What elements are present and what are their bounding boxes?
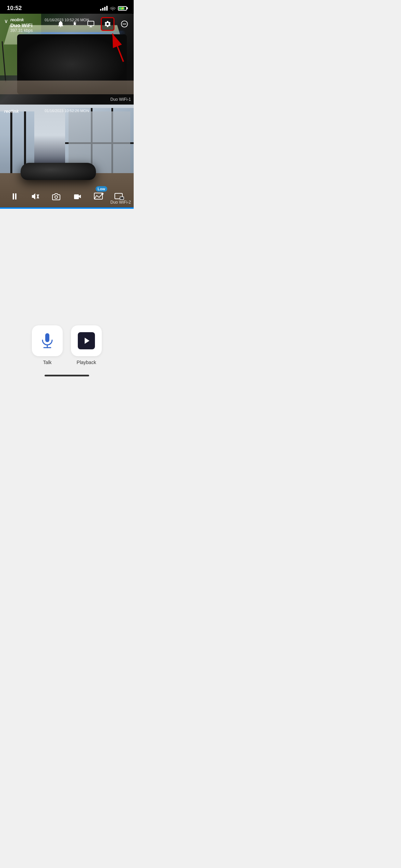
chevron-down-icon[interactable]: ∨ (4, 18, 8, 24)
signal-icon (100, 6, 108, 11)
datetime-bottom: 01/16/2023 10:52:26 MON (45, 109, 89, 113)
record-button[interactable] (71, 190, 84, 203)
camera-speed: 397.31 kbps (10, 28, 33, 33)
talk-label: Talk (43, 360, 52, 365)
white-area (0, 209, 134, 318)
settings-button[interactable] (101, 17, 114, 31)
camera-name-top: Duo WiFi (10, 22, 33, 28)
battery-icon: ⚡ (118, 6, 127, 11)
talk-button-wrap: Talk (32, 325, 63, 365)
wifi-icon (110, 5, 116, 11)
talk-button[interactable] (32, 325, 63, 356)
playback-label: Playback (77, 360, 96, 365)
progress-bar[interactable] (0, 207, 134, 209)
camera-top-header: ∨ reolink Duo WiFi 397.31 kbps 01/16/202… (0, 14, 134, 36)
camera-bottom: reolink 01/16/2023 10:52:26 MON (0, 105, 134, 207)
playback-button-wrap: Playback (71, 325, 102, 365)
settings-area (101, 17, 114, 31)
action-buttons-row: Talk Playback (32, 325, 102, 365)
pause-button[interactable] (8, 190, 21, 203)
camera-top: ∨ reolink Duo WiFi 397.31 kbps 01/16/202… (0, 14, 134, 105)
svg-point-14 (102, 193, 103, 194)
svg-rect-16 (120, 197, 124, 200)
playback-button[interactable] (71, 325, 102, 356)
svg-point-7 (55, 196, 58, 198)
camera-label-bottom: Duo WiFi-2 (110, 200, 131, 205)
camera-top-overlay: ∨ reolink Duo WiFi 397.31 kbps 01/16/202… (0, 14, 134, 105)
home-bar (45, 375, 89, 376)
quality-badge: Low (96, 186, 107, 192)
camera-label-top: Duo WiFi-1 (110, 97, 131, 102)
status-bar: 10:52 ⚡ (0, 0, 134, 14)
screenshot-button[interactable] (50, 190, 62, 203)
svg-marker-9 (79, 195, 81, 198)
svg-marker-20 (85, 338, 89, 344)
status-icons: ⚡ (100, 5, 127, 11)
home-indicator (0, 372, 134, 383)
reolink-logo-bottom: reolink (4, 109, 19, 114)
svg-line-11 (94, 195, 97, 199)
svg-line-12 (97, 195, 99, 197)
quality-button[interactable]: Low (92, 190, 105, 203)
svg-rect-17 (45, 333, 49, 342)
more-icon[interactable] (119, 19, 130, 29)
datetime-top: 01/16/2023 10:52:26 MON (45, 18, 89, 22)
mute-button[interactable] (29, 190, 41, 203)
reolink-logo-top: reolink (10, 17, 33, 22)
camera-views: ∨ reolink Duo WiFi 397.31 kbps 01/16/202… (0, 14, 134, 209)
bottom-actions: Talk Playback (0, 318, 134, 372)
play-icon (78, 332, 95, 349)
svg-rect-10 (94, 193, 102, 199)
status-time: 10:52 (7, 5, 22, 12)
camera-info: reolink Duo WiFi 397.31 kbps (10, 17, 33, 33)
svg-rect-8 (74, 194, 79, 199)
